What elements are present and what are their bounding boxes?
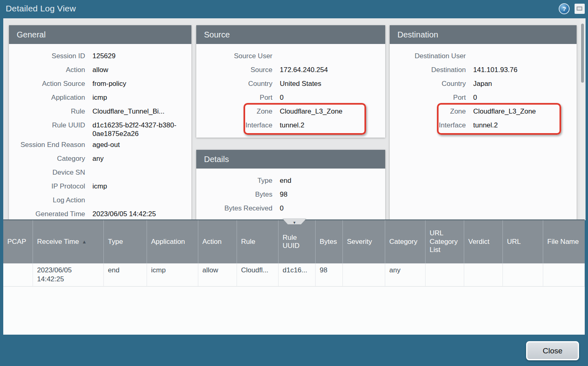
field-row: CountryJapan bbox=[390, 77, 577, 91]
field-label: Session End Reason bbox=[9, 138, 92, 149]
field-label: Interface bbox=[390, 119, 473, 129]
field-value: 125629 bbox=[92, 50, 191, 60]
sort-ascending-icon: ▲ bbox=[82, 239, 87, 245]
field-value: icmp bbox=[92, 180, 191, 191]
column-header-pcap[interactable]: PCAP bbox=[3, 220, 33, 263]
column-header-verdict[interactable]: Verdict bbox=[464, 220, 503, 263]
field-row: Generated Time2023/06/05 14:42:25 bbox=[9, 208, 191, 221]
field-label: Log Action bbox=[9, 194, 92, 204]
column-header-action[interactable]: Action bbox=[198, 220, 237, 263]
field-label: Category bbox=[9, 152, 92, 163]
destination-panel-title: Destination bbox=[390, 25, 577, 44]
help-icon[interactable]: ? bbox=[559, 3, 570, 14]
log-detail-scroll-area: General Session ID125629 Actionallow Act… bbox=[3, 18, 586, 220]
cell-url-category-list bbox=[426, 263, 464, 287]
column-header-label: Rule UUID bbox=[283, 234, 311, 250]
cell-severity bbox=[343, 263, 385, 287]
field-row: Source172.64.240.254 bbox=[196, 64, 385, 77]
field-row: Applicationicmp bbox=[9, 91, 191, 105]
field-label: Zone bbox=[390, 105, 473, 116]
cell-type: end bbox=[104, 263, 147, 287]
column-header-type[interactable]: Type bbox=[104, 220, 147, 263]
field-value bbox=[280, 50, 385, 52]
field-row: Session ID125629 bbox=[9, 50, 191, 64]
source-panel: Source Source User Source172.64.240.254 … bbox=[196, 25, 385, 138]
field-row: Categoryany bbox=[9, 152, 191, 166]
cell-rule: Cloudfl... bbox=[237, 263, 279, 287]
field-label: Country bbox=[390, 77, 473, 88]
cell-file-name bbox=[543, 263, 585, 287]
field-row: Port0 bbox=[390, 91, 577, 105]
cell-pcap bbox=[3, 263, 33, 287]
field-value: 141.101.93.76 bbox=[473, 64, 577, 74]
field-value: 0 bbox=[280, 202, 385, 213]
cell-action: allow bbox=[198, 263, 237, 287]
column-header-label: URL bbox=[507, 238, 521, 246]
column-header-rule-uuid[interactable]: Rule UUID bbox=[279, 220, 316, 263]
field-value bbox=[92, 166, 191, 168]
vertical-scrollbar[interactable] bbox=[580, 18, 585, 220]
field-row: RuleCloudflare_Tunnel_Bi... bbox=[9, 105, 191, 119]
column-header-severity[interactable]: Severity bbox=[343, 220, 385, 263]
field-value: aged-out bbox=[92, 138, 191, 149]
field-value bbox=[92, 194, 191, 196]
source-panel-title: Source bbox=[196, 25, 385, 44]
field-value: d1c16235-b2f2-4327-b380-0ae1875e2a26 bbox=[92, 119, 191, 138]
field-value: Cloudflare_L3_Zone bbox=[280, 105, 385, 116]
details-panel: Details Typeend Bytes98 Bytes Received0 bbox=[196, 150, 385, 220]
field-row: Actionallow bbox=[9, 64, 191, 77]
field-value: from-policy bbox=[92, 77, 191, 88]
field-label: Destination User bbox=[390, 50, 473, 60]
field-label: Source bbox=[196, 64, 280, 74]
field-value: 98 bbox=[280, 188, 385, 199]
column-header-file-name[interactable]: File Name bbox=[543, 220, 585, 263]
field-row: Destination141.101.93.76 bbox=[390, 64, 577, 77]
column-header-label: Receive Time bbox=[37, 238, 79, 246]
maximize-window-icon[interactable] bbox=[575, 4, 585, 14]
column-header-application[interactable]: Application bbox=[147, 220, 198, 263]
field-value: any bbox=[92, 152, 191, 163]
cell-bytes: 98 bbox=[316, 263, 343, 287]
field-label: Rule bbox=[9, 105, 92, 116]
column-header-receive-time[interactable]: Receive Time▲ bbox=[33, 220, 104, 263]
column-header-bytes[interactable]: Bytes bbox=[316, 220, 343, 263]
column-header-rule[interactable]: Rule bbox=[237, 220, 279, 263]
general-panel-body: Session ID125629 Actionallow Action Sour… bbox=[9, 44, 191, 220]
log-table-row[interactable]: 2023/06/05 14:42:25 end icmp allow Cloud… bbox=[3, 263, 585, 287]
cell-url bbox=[503, 263, 543, 287]
column-header-label: URL Category List bbox=[430, 229, 460, 254]
field-label: Port bbox=[196, 91, 280, 102]
field-value bbox=[473, 50, 577, 52]
field-value: United States bbox=[280, 77, 385, 88]
field-value: 2023/06/05 14:42:25 bbox=[92, 208, 191, 218]
column-header-url[interactable]: URL bbox=[503, 220, 543, 263]
log-table-header: PCAP Receive Time▲ Type Application Acti… bbox=[3, 220, 585, 263]
column-header-label: Bytes bbox=[320, 238, 337, 246]
field-label: Action Source bbox=[9, 77, 92, 88]
field-row: Log Action bbox=[9, 194, 191, 208]
field-row: Session End Reasonaged-out bbox=[9, 138, 191, 152]
column-header-url-category-list[interactable]: URL Category List bbox=[426, 220, 464, 263]
dialog-titlebar: Detailed Log View ? bbox=[0, 0, 588, 18]
field-value: 172.64.240.254 bbox=[280, 64, 385, 74]
field-value: icmp bbox=[92, 91, 191, 102]
column-header-category[interactable]: Category bbox=[385, 220, 426, 263]
scrollbar-thumb[interactable] bbox=[581, 24, 584, 83]
field-value: Cloudflare_Tunnel_Bi... bbox=[92, 105, 191, 116]
field-row: Port0 bbox=[196, 91, 385, 105]
field-row: Bytes Received0 bbox=[196, 202, 385, 216]
field-label: Device SN bbox=[9, 166, 92, 177]
close-button[interactable]: Close bbox=[526, 341, 579, 360]
column-header-label: File Name bbox=[547, 238, 579, 246]
column-header-label: Category bbox=[389, 238, 417, 246]
field-value: end bbox=[280, 174, 385, 185]
cell-verdict bbox=[464, 263, 503, 287]
column-header-label: Rule bbox=[241, 238, 255, 246]
window-glyph bbox=[577, 7, 582, 11]
field-value: Japan bbox=[473, 77, 577, 88]
column-header-label: Severity bbox=[347, 238, 372, 246]
field-label: Source User bbox=[196, 50, 280, 60]
field-value: tunnel.2 bbox=[473, 119, 577, 129]
field-row: Device SN bbox=[9, 166, 191, 180]
general-panel: General Session ID125629 Actionallow Act… bbox=[9, 25, 191, 220]
